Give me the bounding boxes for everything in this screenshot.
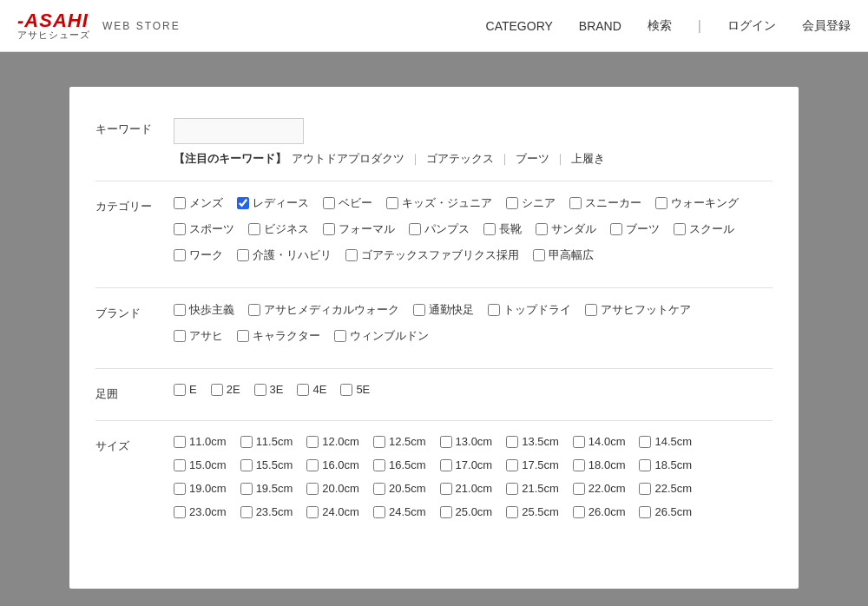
size-210[interactable]: 21.0cm (440, 482, 493, 495)
cat-gore[interactable]: ゴアテックスファブリクス採用 (345, 247, 519, 263)
cat-sports-cb[interactable] (174, 223, 186, 235)
cat-mens[interactable]: メンズ (174, 195, 223, 211)
size-240[interactable]: 24.0cm (306, 505, 359, 518)
size-175[interactable]: 17.5cm (506, 458, 559, 471)
brand-wimbledon[interactable]: ウィンブルドン (334, 328, 429, 344)
brand-wimbledon-cb[interactable] (334, 330, 346, 342)
width-3e-cb[interactable] (254, 384, 266, 396)
width-5e[interactable]: 5E (340, 383, 370, 396)
tag-boots[interactable]: ブーツ (516, 151, 549, 167)
size-150[interactable]: 15.0cm (174, 458, 227, 471)
size-190[interactable]: 19.0cm (174, 482, 227, 495)
width-4e[interactable]: 4E (297, 383, 326, 396)
size-110[interactable]: 11.0cm (174, 435, 227, 448)
cat-boots[interactable]: ブーツ (610, 221, 660, 237)
size-215[interactable]: 21.5cm (506, 482, 559, 495)
tag-uwaki[interactable]: 上履き (571, 151, 605, 167)
cat-senior-cb[interactable] (506, 197, 518, 209)
brand-kaiho-cb[interactable] (174, 304, 186, 316)
size-260[interactable]: 26.0cm (573, 505, 626, 518)
brand-tsukinsoku[interactable]: 通勤快足 (413, 302, 474, 318)
size-185[interactable]: 18.5cm (639, 458, 692, 471)
nav-login[interactable]: ログイン (727, 18, 776, 34)
width-4e-cb[interactable] (297, 384, 309, 396)
cat-kids-cb[interactable] (386, 197, 398, 209)
size-205[interactable]: 20.5cm (373, 482, 426, 495)
cat-ladies-cb[interactable] (237, 197, 249, 209)
size-165[interactable]: 16.5cm (373, 458, 426, 471)
width-e[interactable]: E (174, 383, 197, 396)
nav-category[interactable]: CATEGORY (486, 19, 553, 33)
cat-walking-cb[interactable] (655, 197, 667, 209)
size-265[interactable]: 26.5cm (639, 505, 692, 518)
cat-school-cb[interactable] (674, 223, 686, 235)
size-135[interactable]: 13.5cm (506, 435, 559, 448)
size-125[interactable]: 12.5cm (373, 435, 426, 448)
cat-senior[interactable]: シニア (506, 195, 556, 211)
cat-wide-cb[interactable] (533, 249, 545, 261)
size-160[interactable]: 16.0cm (306, 458, 359, 471)
cat-business-cb[interactable] (248, 223, 260, 235)
nav-search[interactable]: 検索 (648, 18, 672, 34)
tag-outdoor[interactable]: アウトドアプロダクツ (292, 151, 404, 167)
brand-topdry-cb[interactable] (488, 304, 500, 316)
brand-character[interactable]: キャラクター (237, 328, 320, 344)
cat-boots-cb[interactable] (610, 223, 622, 235)
tag-goretex[interactable]: ゴアテックス (426, 151, 494, 167)
keyword-input[interactable] (174, 118, 304, 144)
cat-nagagutsu[interactable]: 長靴 (483, 221, 522, 237)
width-e-cb[interactable] (174, 384, 186, 396)
size-140[interactable]: 14.0cm (573, 435, 626, 448)
brand-kaiho[interactable]: 快歩主義 (174, 302, 234, 318)
size-255[interactable]: 25.5cm (506, 505, 559, 518)
width-5e-cb[interactable] (340, 384, 352, 396)
cat-kids[interactable]: キッズ・ジュニア (386, 195, 492, 211)
cat-sandal-cb[interactable] (536, 223, 548, 235)
nav-register[interactable]: 会員登録 (802, 18, 851, 34)
cat-care[interactable]: 介護・リハビリ (237, 247, 332, 263)
cat-sneaker[interactable]: スニーカー (569, 195, 641, 211)
cat-baby[interactable]: ベビー (323, 195, 372, 211)
cat-ladies[interactable]: レディース (237, 195, 309, 211)
cat-work[interactable]: ワーク (174, 247, 223, 263)
cat-pumps[interactable]: パンプス (409, 221, 470, 237)
width-2e[interactable]: 2E (211, 383, 240, 396)
cat-sports[interactable]: スポーツ (174, 221, 234, 237)
size-220[interactable]: 22.0cm (573, 482, 626, 495)
size-145[interactable]: 14.5cm (639, 435, 692, 448)
size-200[interactable]: 20.0cm (306, 482, 359, 495)
size-115[interactable]: 11.5cm (240, 435, 293, 448)
brand-asahi[interactable]: アサヒ (174, 328, 223, 344)
brand-medical[interactable]: アサヒメディカルウォーク (248, 302, 399, 318)
cat-wide[interactable]: 甲高幅広 (533, 247, 594, 263)
size-180[interactable]: 18.0cm (573, 458, 626, 471)
size-195[interactable]: 19.5cm (240, 482, 293, 495)
brand-character-cb[interactable] (237, 330, 249, 342)
cat-school[interactable]: スクール (674, 221, 734, 237)
cat-formal-cb[interactable] (323, 223, 335, 235)
width-2e-cb[interactable] (211, 384, 223, 396)
cat-nagagutsu-cb[interactable] (483, 223, 496, 235)
brand-asahi-cb[interactable] (174, 330, 186, 342)
size-245[interactable]: 24.5cm (373, 505, 426, 518)
brand-footcare[interactable]: アサヒフットケア (585, 302, 691, 318)
nav-brand[interactable]: BRAND (579, 19, 621, 33)
brand-tsukinsoku-cb[interactable] (413, 304, 425, 316)
size-235[interactable]: 23.5cm (240, 505, 293, 518)
cat-pumps-cb[interactable] (409, 223, 421, 235)
size-230[interactable]: 23.0cm (174, 505, 227, 518)
size-225[interactable]: 22.5cm (639, 482, 692, 495)
cat-sneaker-cb[interactable] (569, 197, 582, 209)
cat-formal[interactable]: フォーマル (323, 221, 395, 237)
size-130[interactable]: 13.0cm (440, 435, 493, 448)
cat-walking[interactable]: ウォーキング (655, 195, 739, 211)
cat-business[interactable]: ビジネス (248, 221, 309, 237)
cat-work-cb[interactable] (174, 249, 186, 261)
cat-gore-cb[interactable] (345, 249, 358, 261)
cat-care-cb[interactable] (237, 249, 249, 261)
cat-baby-cb[interactable] (323, 197, 335, 209)
width-3e[interactable]: 3E (254, 383, 284, 396)
cat-mens-cb[interactable] (174, 197, 186, 209)
size-250[interactable]: 25.0cm (440, 505, 493, 518)
size-155[interactable]: 15.5cm (240, 458, 293, 471)
